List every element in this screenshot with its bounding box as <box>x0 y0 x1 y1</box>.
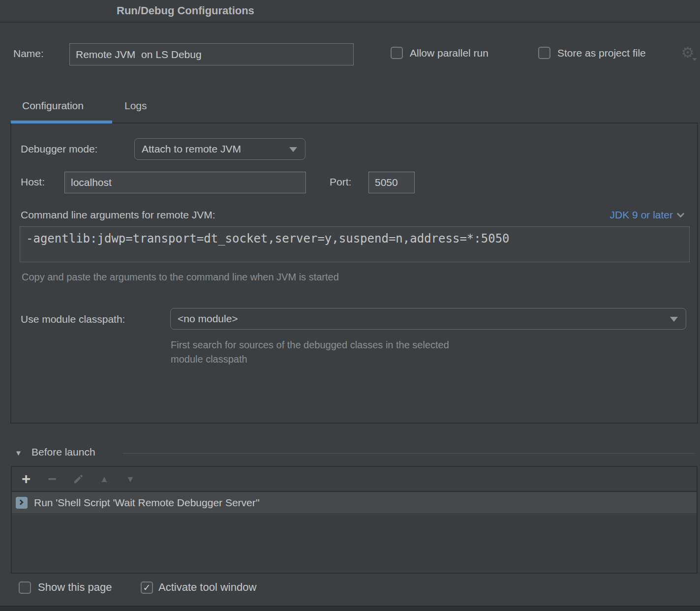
show-this-page-label: Show this page <box>38 581 112 594</box>
name-input[interactable] <box>69 43 354 65</box>
command-line-hint: Copy and paste the arguments to the comm… <box>22 270 339 284</box>
debugger-mode-value: Attach to remote JVM <box>135 143 241 155</box>
chevron-right-icon <box>18 499 23 505</box>
jdk-version-selector[interactable]: JDK 9 or later <box>610 209 683 221</box>
chevron-down-icon <box>289 147 297 152</box>
title-bar: Run/Debug Configurations <box>0 0 700 23</box>
command-line-arguments-input[interactable]: -agentlib:jdwp=transport=dt_socket,serve… <box>20 226 690 262</box>
allow-parallel-run-checkbox-group[interactable]: Allow parallel run <box>391 47 488 59</box>
host-label: Host: <box>21 176 45 188</box>
gear-icon[interactable]: ⚙ <box>679 44 696 62</box>
module-classpath-value: <no module> <box>171 313 238 325</box>
active-tab-underline <box>11 121 112 123</box>
activate-tool-window-checkbox[interactable]: ✓ <box>141 581 153 594</box>
debugger-mode-label: Debugger mode: <box>21 143 97 155</box>
use-module-classpath-label: Use module classpath: <box>21 313 125 325</box>
store-as-project-file-checkbox-group[interactable]: Store as project file <box>538 47 646 59</box>
store-as-project-file-checkbox[interactable] <box>538 47 550 59</box>
tab-configuration[interactable]: Configuration <box>22 100 84 112</box>
show-this-page-checkbox-group[interactable]: Show this page <box>19 581 112 594</box>
edit-task-button[interactable] <box>72 473 85 485</box>
allow-parallel-run-checkbox[interactable] <box>391 47 403 59</box>
activate-tool-window-checkbox-group[interactable]: ✓ Activate tool window <box>141 581 256 594</box>
debugger-mode-dropdown[interactable]: Attach to remote JVM <box>134 138 305 160</box>
show-this-page-checkbox[interactable] <box>19 581 31 594</box>
remove-task-button[interactable]: − <box>46 471 59 487</box>
chevron-down-icon <box>677 210 685 217</box>
move-down-button[interactable]: ▼ <box>124 475 137 484</box>
chevron-down-icon <box>670 317 678 322</box>
add-task-button[interactable]: + <box>20 471 32 487</box>
pencil-icon <box>73 473 84 485</box>
before-launch-toolbar: + − ▲ ▼ <box>12 467 697 492</box>
run-shell-script-icon <box>16 497 28 509</box>
dialog-title: Run/Debug Configurations <box>117 4 254 17</box>
task-row-run-shell-script[interactable]: Run 'Shell Script 'Wait Remote Debugger … <box>12 492 697 513</box>
module-classpath-dropdown[interactable]: <no module> <box>170 308 686 330</box>
port-label: Port: <box>330 176 351 188</box>
task-row-label: Run 'Shell Script 'Wait Remote Debugger … <box>34 497 260 509</box>
command-line-label: Command line arguments for remote JVM: <box>21 209 215 221</box>
jdk-version-value: JDK 9 or later <box>610 209 673 221</box>
checkmark-icon: ✓ <box>143 582 151 593</box>
allow-parallel-run-label: Allow parallel run <box>410 47 488 59</box>
before-launch-collapse-icon[interactable]: ▼ <box>15 449 22 457</box>
module-classpath-hint: First search for sources of the debugged… <box>171 338 525 367</box>
configuration-panel: Debugger mode: Attach to remote JVM Host… <box>10 122 698 424</box>
before-launch-box: + − ▲ ▼ Run 'Shell Script 'Wait Remote D… <box>11 466 698 574</box>
store-as-project-file-label: Store as project file <box>557 47 646 59</box>
before-launch-separator <box>123 453 694 454</box>
activate-tool-window-label: Activate tool window <box>158 581 256 594</box>
gear-caret-icon <box>692 58 697 61</box>
port-input[interactable] <box>368 172 415 193</box>
name-label: Name: <box>13 48 44 60</box>
dialog-footer-edge <box>0 606 700 611</box>
before-launch-title: Before launch <box>31 446 95 458</box>
before-launch-task-list: Run 'Shell Script 'Wait Remote Debugger … <box>12 492 697 573</box>
move-up-button[interactable]: ▲ <box>98 475 111 484</box>
tab-logs[interactable]: Logs <box>124 100 147 112</box>
host-input[interactable] <box>64 172 306 193</box>
